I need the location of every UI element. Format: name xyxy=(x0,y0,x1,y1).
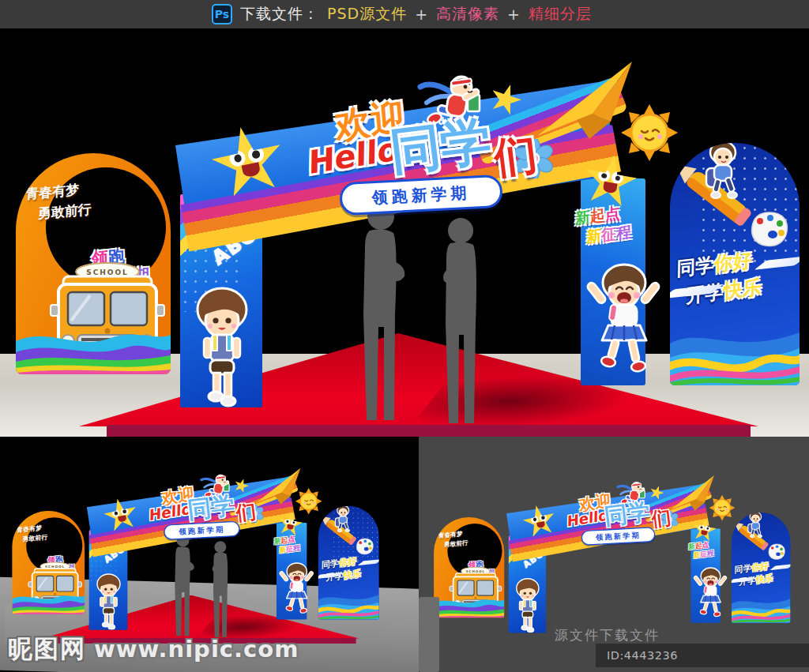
greet-word: 同学 xyxy=(676,253,714,280)
thumbnail-perspective-view[interactable]: 青春有梦 勇敢前行 领跑 新学期 SCHOOL xyxy=(0,437,419,672)
new-semester-pill: 领跑新学期 xyxy=(581,527,656,546)
color-waves xyxy=(732,588,791,622)
new-journey-text: 新起点 新征程 xyxy=(575,202,631,248)
fine-layers-link[interactable]: 精细分层 xyxy=(529,4,592,24)
people-silhouettes xyxy=(332,196,514,433)
slogan-line1: 青春有梦 xyxy=(25,182,79,202)
youth-slogan: 青春有梦 勇敢前行 xyxy=(438,529,468,550)
rp-char: 新 xyxy=(694,550,701,559)
arch-scene: 青春有梦 勇敢前行 领跑 新学期 SCHOOL xyxy=(427,460,795,646)
right-blue-panel: 同学你好 开学快乐 xyxy=(318,506,379,620)
boy-riding-pencil-cartoon xyxy=(743,512,767,542)
title-men: 们 xyxy=(235,498,258,527)
watermark[interactable]: 昵图网 www.nipic.com xyxy=(8,633,299,666)
plus-sign: + xyxy=(415,6,428,23)
left-orange-panel: 青春有梦 勇敢前行 领跑 新学期 SCHOOL xyxy=(434,517,504,618)
arch-scene: 青春有梦 勇敢前行 领跑 新学期 SCHOOL xyxy=(0,28,809,437)
gray-block xyxy=(419,597,439,672)
boy-riding-pencil-cartoon xyxy=(331,506,356,536)
nipic-logo: 昵图网 xyxy=(8,633,86,666)
rp-char: 新 xyxy=(274,536,281,545)
sun-icon xyxy=(295,488,322,515)
rp-char: 起 xyxy=(590,206,605,225)
arch-scene: 青春有梦 勇敢前行 领跑 新学期 SCHOOL xyxy=(5,452,383,644)
rp-char: 程 xyxy=(293,543,300,552)
left-orange-panel: 青春有梦 勇敢前行 领跑 新学期 SCHOOL xyxy=(12,511,85,614)
greet-word: 快乐 xyxy=(756,573,773,585)
greet-word: 同学 xyxy=(735,563,752,576)
greet-word: 你好 xyxy=(751,561,769,573)
slogan-line1: 青春有梦 xyxy=(17,524,42,534)
plus-sign: + xyxy=(507,6,521,23)
left-orange-panel: 青春有梦 勇敢前行 领跑 新学期 SCHOOL xyxy=(16,153,171,374)
rp-char: 新 xyxy=(279,545,286,554)
rp-char: 点 xyxy=(288,535,295,543)
scene-clone-right: 青春有梦 勇敢前行 领跑 新学期 SCHOOL xyxy=(427,460,795,646)
photoshop-icon: Ps xyxy=(212,4,232,24)
paint-palette-icon xyxy=(749,211,790,249)
download-label: 下载文件： xyxy=(240,4,319,24)
rp-char: 程 xyxy=(616,222,631,241)
jumping-girl-cartoon xyxy=(277,561,317,619)
rp-char: 征 xyxy=(700,550,707,558)
rp-char: 点 xyxy=(605,204,620,223)
rp-char: 新 xyxy=(575,208,590,227)
paint-palette-icon xyxy=(767,543,786,561)
slogan-line1: 青春有梦 xyxy=(438,530,463,539)
greet-word: 同学 xyxy=(322,557,340,570)
youth-slogan: 青春有梦 勇敢前行 xyxy=(17,523,48,544)
psd-source-link[interactable]: PSD源文件 xyxy=(327,4,407,24)
walking-boy-cartoon xyxy=(186,284,258,407)
greet-word: 你好 xyxy=(339,556,357,569)
greet-word: 快乐 xyxy=(344,568,362,580)
sun-icon xyxy=(709,495,736,521)
boy-riding-pencil-cartoon xyxy=(697,143,749,208)
color-waves xyxy=(434,592,504,618)
paint-palette-icon xyxy=(356,538,374,555)
rp-char: 点 xyxy=(702,540,709,549)
youth-slogan: 青春有梦 勇敢前行 xyxy=(25,178,92,225)
walking-boy-cartoon xyxy=(92,573,125,630)
source-file-caption: 源文件下载文件 xyxy=(555,626,660,644)
download-banner: Ps 下载文件： PSD源文件 + 高清像素 + 精细分层 xyxy=(0,0,809,28)
rp-char: 新 xyxy=(586,226,601,245)
people-silhouettes xyxy=(160,531,246,641)
rp-char: 程 xyxy=(707,549,714,557)
new-journey-text: 新起点 新征程 xyxy=(688,539,713,561)
new-journey-text: 新起点 新征程 xyxy=(274,534,300,555)
right-blue-panel: 同学你好 开学快乐 xyxy=(732,512,791,623)
rp-char: 征 xyxy=(286,544,293,553)
color-waves xyxy=(318,584,379,619)
scene-clone-left: 青春有梦 勇敢前行 领跑 新学期 SCHOOL xyxy=(5,452,383,644)
sun-icon xyxy=(621,104,678,161)
jumping-girl-cartoon xyxy=(691,565,730,622)
file-id-bar: ID:4443236 NO:20240808170641369124 xyxy=(596,644,809,667)
rp-char: 征 xyxy=(601,224,616,243)
rp-char: 新 xyxy=(688,542,695,550)
hd-pixels-link[interactable]: 高清像素 xyxy=(436,4,499,24)
title-men: 们 xyxy=(650,505,672,533)
right-blue-panel: 同学你好 开学快乐 xyxy=(670,143,800,385)
thumbnail-flat-view[interactable]: 青春有梦 勇敢前行 领跑 新学期 SCHOOL xyxy=(419,437,809,672)
color-waves xyxy=(12,588,85,614)
nipic-url: www.nipic.com xyxy=(94,636,299,663)
title-men: 们 xyxy=(491,126,540,188)
color-waves xyxy=(16,317,171,374)
rp-char: 起 xyxy=(280,535,288,544)
greet-word: 你好 xyxy=(714,249,752,276)
walking-boy-cartoon xyxy=(511,576,544,633)
rp-char: 起 xyxy=(695,541,702,550)
greet-word: 快乐 xyxy=(724,276,762,302)
jumping-girl-cartoon xyxy=(581,259,667,384)
main-render-view: 青春有梦 勇敢前行 领跑 新学期 SCHOOL xyxy=(0,28,809,437)
color-waves xyxy=(670,310,800,385)
